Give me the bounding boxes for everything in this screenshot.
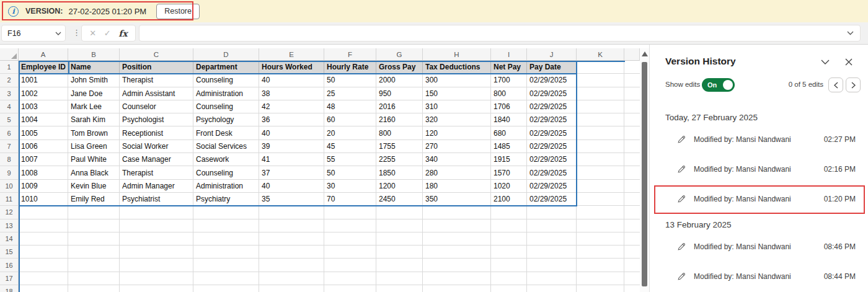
cell-c11[interactable]: Psychiatrist: [120, 193, 193, 206]
chevron-down-icon[interactable]: [55, 32, 61, 35]
cell-h15[interactable]: [423, 246, 491, 259]
cell-a13[interactable]: [19, 219, 68, 232]
cell-d18[interactable]: [193, 285, 259, 292]
cell-h5[interactable]: 320: [423, 113, 491, 126]
cell-j1[interactable]: Pay Date: [527, 61, 577, 74]
column-header-d[interactable]: D: [193, 48, 259, 61]
cell-j9[interactable]: 02/29/2025: [527, 166, 577, 179]
name-box[interactable]: F16: [1, 25, 66, 42]
row-header-2[interactable]: 2: [0, 74, 19, 87]
cell-d17[interactable]: [193, 272, 259, 285]
cell-k12[interactable]: [577, 206, 624, 219]
cell-h12[interactable]: [423, 206, 491, 219]
cell-f14[interactable]: [324, 232, 376, 246]
cell-i7[interactable]: 1485: [491, 140, 527, 153]
cell-a6[interactable]: 1005: [19, 126, 68, 139]
cell-f4[interactable]: 48: [324, 100, 376, 113]
cell-j8[interactable]: 02/29/2025: [527, 153, 577, 166]
cell-g8[interactable]: 2255: [376, 153, 423, 166]
cell-j14[interactable]: [527, 232, 577, 246]
cell-a4[interactable]: 1003: [19, 100, 68, 113]
row-header-4[interactable]: 4: [0, 100, 19, 113]
cell-k17[interactable]: [577, 272, 624, 285]
cell-g15[interactable]: [376, 246, 423, 259]
cell-e13[interactable]: [259, 219, 324, 232]
cell-a16[interactable]: [19, 259, 68, 272]
cell-e11[interactable]: 35: [259, 193, 324, 206]
cell-b3[interactable]: Jane Doe: [68, 87, 120, 100]
cell-b1[interactable]: Name: [68, 61, 120, 74]
cell-g12[interactable]: [376, 206, 423, 219]
row-header-10[interactable]: 10: [0, 180, 19, 193]
cell-c6[interactable]: Receptionist: [120, 126, 193, 139]
cell-f6[interactable]: 20: [324, 126, 376, 139]
cell-d11[interactable]: Psychiatry: [193, 193, 259, 206]
cell-f12[interactable]: [324, 206, 376, 219]
vertical-scrollbar[interactable]: [640, 48, 649, 292]
cell-d8[interactable]: Casework: [193, 153, 259, 166]
row-header-12[interactable]: 12: [0, 206, 19, 219]
cell-k8[interactable]: [577, 153, 624, 166]
cell-k3[interactable]: [577, 87, 624, 100]
cell-f2[interactable]: 50: [324, 74, 376, 87]
cell-b2[interactable]: John Smith: [68, 74, 120, 87]
cell-c16[interactable]: [120, 259, 193, 272]
cell-f9[interactable]: 50: [324, 166, 376, 179]
cell-d3[interactable]: Administration: [193, 87, 259, 100]
cell-f16[interactable]: [324, 259, 376, 272]
cell-d4[interactable]: Counseling: [193, 100, 259, 113]
cell-c18[interactable]: [120, 285, 193, 292]
cell-e1[interactable]: Hours Worked: [259, 61, 324, 74]
cell-j6[interactable]: 02/29/2025: [527, 126, 577, 139]
cell-e17[interactable]: [259, 272, 324, 285]
cell-f7[interactable]: 45: [324, 140, 376, 153]
cell-b9[interactable]: Anna Black: [68, 166, 120, 179]
cell-e5[interactable]: 36: [259, 113, 324, 126]
cell-j2[interactable]: 02/29/2025: [527, 74, 577, 87]
version-item[interactable]: Modified by: Mansi Nandwani08:46 PM: [655, 234, 863, 259]
column-header-g[interactable]: G: [376, 48, 423, 61]
cell-h10[interactable]: 180: [423, 180, 491, 193]
cell-a10[interactable]: 1009: [19, 180, 68, 193]
column-header-i[interactable]: I: [491, 48, 527, 61]
expand-formula-bar-icon[interactable]: [847, 31, 854, 35]
cell-h17[interactable]: [423, 272, 491, 285]
cell-a3[interactable]: 1002: [19, 87, 68, 100]
cell-h11[interactable]: 350: [423, 193, 491, 206]
column-header-c[interactable]: C: [120, 48, 193, 61]
cell-h9[interactable]: 280: [423, 166, 491, 179]
column-header-e[interactable]: E: [259, 48, 324, 61]
row-header-17[interactable]: 17: [0, 272, 19, 285]
cell-h8[interactable]: 340: [423, 153, 491, 166]
cell-b17[interactable]: [68, 272, 120, 285]
cell-j16[interactable]: [527, 259, 577, 272]
cell-k15[interactable]: [577, 246, 624, 259]
cell-i4[interactable]: 1706: [491, 100, 527, 113]
cell-b12[interactable]: [68, 206, 120, 219]
cell-j7[interactable]: 02/29/2025: [527, 140, 577, 153]
cell-d1[interactable]: Department: [193, 61, 259, 74]
cell-d12[interactable]: [193, 206, 259, 219]
cell-e16[interactable]: [259, 259, 324, 272]
row-header-3[interactable]: 3: [0, 87, 19, 100]
cell-j17[interactable]: [527, 272, 577, 285]
cell-e18[interactable]: [259, 285, 324, 292]
version-item[interactable]: Modified by: Mansi Nandwani02:27 PM: [655, 127, 863, 152]
cell-k5[interactable]: [577, 113, 624, 126]
column-header-b[interactable]: B: [68, 48, 120, 61]
cell-k4[interactable]: [577, 100, 624, 113]
cell-a5[interactable]: 1004: [19, 113, 68, 126]
column-header-k[interactable]: K: [577, 48, 624, 61]
cell-j18[interactable]: [527, 285, 577, 292]
cell-a7[interactable]: 1006: [19, 140, 68, 153]
cell-k11[interactable]: [577, 193, 624, 206]
formula-input[interactable]: [139, 25, 861, 42]
cell-j13[interactable]: [527, 219, 577, 232]
cell-k2[interactable]: [577, 74, 624, 87]
cell-i6[interactable]: 680: [491, 126, 527, 139]
cell-k18[interactable]: [577, 285, 624, 292]
cell-g11[interactable]: 2450: [376, 193, 423, 206]
cell-c7[interactable]: Social Worker: [120, 140, 193, 153]
cell-f10[interactable]: 30: [324, 180, 376, 193]
cell-d14[interactable]: [193, 232, 259, 246]
